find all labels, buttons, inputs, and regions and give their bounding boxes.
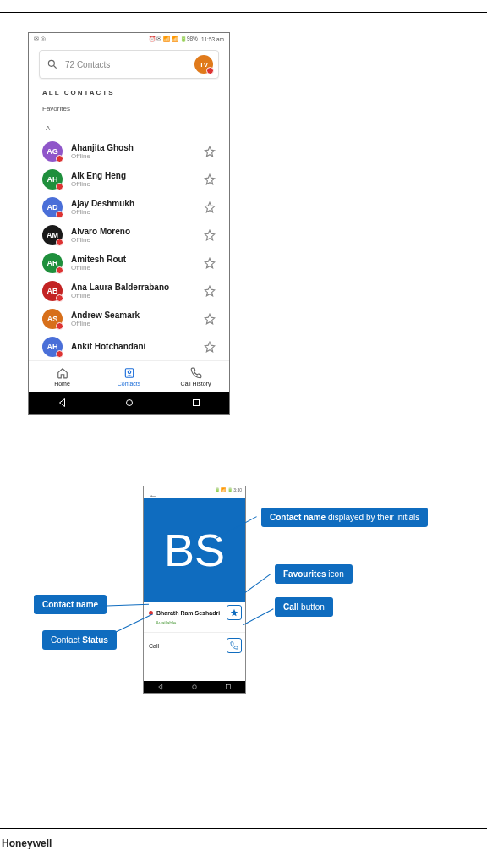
contact-avatar: AM bbox=[42, 225, 63, 245]
contact-row[interactable]: ABAna Laura BalderrabanoOffline bbox=[29, 277, 229, 305]
tab-history-label: Call History bbox=[181, 381, 211, 387]
contact-name: Ankit Hotchandani bbox=[71, 342, 195, 351]
presence-dot bbox=[56, 183, 63, 190]
contact-status: Offline bbox=[71, 208, 195, 216]
contact-row[interactable]: AGAhanjita GhoshOffline bbox=[29, 137, 229, 165]
contact-status: Offline bbox=[71, 292, 195, 299]
contact-name: Ahanjita Ghosh bbox=[71, 143, 195, 152]
android-recent-icon[interactable] bbox=[225, 684, 232, 690]
android-status-bar: 🔋 📶 🔋 3:30 bbox=[144, 486, 245, 493]
android-status-bar: ✉ ◎ ⏰ ✉ 📶 📶 🔋98% 11:53 am bbox=[29, 33, 229, 45]
presence-dot bbox=[56, 322, 63, 330]
favorite-star-icon[interactable] bbox=[204, 341, 216, 353]
contact-status: Offline bbox=[71, 320, 195, 327]
current-user-avatar[interactable]: TV bbox=[194, 55, 213, 74]
favorite-star-icon[interactable] bbox=[204, 201, 216, 213]
contact-name: Bharath Ram Seshadri bbox=[156, 610, 223, 616]
footer-brand: Honeywell bbox=[2, 838, 52, 849]
contact-text: Ankit Hotchandani bbox=[71, 342, 195, 351]
svg-point-6 bbox=[193, 685, 197, 689]
svg-rect-5 bbox=[193, 400, 199, 406]
presence-dot bbox=[56, 294, 63, 302]
contact-avatar: AD bbox=[42, 197, 63, 217]
svg-point-0 bbox=[48, 60, 54, 66]
home-icon bbox=[57, 367, 68, 379]
favorite-star-icon[interactable] bbox=[204, 229, 216, 241]
svg-rect-7 bbox=[227, 685, 231, 689]
contact-avatar: AG bbox=[42, 141, 63, 162]
callout-contact-name: Contact name bbox=[34, 595, 107, 614]
svg-point-4 bbox=[126, 400, 132, 406]
contact-avatar: AH bbox=[42, 169, 63, 190]
android-back-icon[interactable] bbox=[57, 398, 68, 408]
phone-screenshot-contact-detail: 🔋 📶 🔋 3:30 ← BS Bharath Ram Seshadri Ava… bbox=[143, 486, 246, 694]
callout-line bbox=[244, 608, 274, 625]
phone-screenshot-contact-detail-wrap: 🔋 📶 🔋 3:30 ← BS Bharath Ram Seshadri Ava… bbox=[143, 486, 246, 694]
contact-avatar: AH bbox=[42, 337, 63, 357]
android-nav-bar bbox=[29, 392, 229, 414]
callout-favourites: Favourites icon bbox=[275, 564, 353, 584]
call-history-icon bbox=[190, 367, 202, 379]
tab-home[interactable]: Home bbox=[29, 361, 96, 392]
contact-row[interactable]: ADAjay DeshmukhOffline bbox=[29, 193, 229, 221]
favorite-star-icon[interactable] bbox=[204, 173, 216, 185]
rule-bottom bbox=[0, 828, 487, 829]
contact-avatar: AB bbox=[42, 281, 63, 301]
call-button[interactable] bbox=[227, 638, 242, 653]
contact-row[interactable]: AMAlvaro MorenoOffline bbox=[29, 221, 229, 249]
contact-avatar: AS bbox=[42, 309, 63, 329]
favorite-star-icon[interactable] bbox=[204, 285, 216, 297]
presence-dot bbox=[56, 211, 63, 218]
callout-line bbox=[243, 573, 272, 594]
contact-name: Amitesh Rout bbox=[71, 255, 195, 264]
callout-contact-status-pre: Contact bbox=[51, 635, 82, 645]
contacts-list[interactable]: AGAhanjita GhoshOfflineAHAik Eng HengOff… bbox=[29, 137, 229, 360]
presence-dot bbox=[206, 67, 214, 74]
search-icon bbox=[47, 58, 58, 70]
contact-row[interactable]: AHAik Eng HengOffline bbox=[29, 165, 229, 193]
status-right-icons: ⏰ ✉ 📶 📶 🔋98% bbox=[149, 36, 198, 42]
phone-icon bbox=[230, 641, 238, 650]
contacts-icon bbox=[123, 367, 135, 379]
callout-call-rest: button bbox=[298, 602, 325, 612]
divider bbox=[144, 632, 245, 633]
callout-contact-status-bold: Status bbox=[82, 635, 108, 645]
callout-contact-status: Contact Status bbox=[42, 630, 117, 650]
contact-status: Offline bbox=[71, 152, 195, 160]
bottom-nav: Home Contacts Call History bbox=[29, 360, 229, 392]
page: ✉ ◎ ⏰ ✉ 📶 📶 🔋98% 11:53 am 72 Contacts TV… bbox=[0, 0, 487, 868]
status-time: 11:53 am bbox=[201, 36, 224, 42]
callout-contact-name-text: Contact name bbox=[42, 600, 98, 609]
favorite-star-icon[interactable] bbox=[204, 313, 216, 325]
favorite-star-icon[interactable] bbox=[204, 257, 216, 269]
spacer bbox=[144, 655, 245, 681]
contact-text: Ajay DeshmukhOffline bbox=[71, 199, 195, 216]
tab-home-label: Home bbox=[54, 381, 70, 387]
contact-row[interactable]: ARAmitesh RoutOffline bbox=[29, 249, 229, 277]
presence-dot bbox=[56, 350, 63, 358]
contact-row[interactable]: ASAndrew SeamarkOffline bbox=[29, 305, 229, 332]
contact-name: Alvaro Moreno bbox=[71, 227, 195, 236]
presence-dot bbox=[56, 266, 63, 274]
contact-text: Aik Eng HengOffline bbox=[71, 171, 195, 188]
favorites-label[interactable]: Favorites bbox=[42, 105, 229, 113]
favorite-star-icon[interactable] bbox=[204, 146, 216, 157]
android-home-icon[interactable] bbox=[191, 684, 198, 690]
tab-contacts[interactable]: Contacts bbox=[96, 361, 162, 392]
search-bar[interactable]: 72 Contacts TV bbox=[39, 50, 219, 79]
svg-line-1 bbox=[54, 66, 57, 69]
android-recent-icon[interactable] bbox=[191, 398, 201, 408]
presence-dot bbox=[56, 239, 63, 246]
contact-text: Alvaro MorenoOffline bbox=[71, 227, 195, 244]
contact-text: Ana Laura BalderrabanoOffline bbox=[71, 283, 195, 299]
search-placeholder: 72 Contacts bbox=[65, 60, 188, 69]
android-back-icon[interactable] bbox=[157, 684, 164, 690]
tab-call-history[interactable]: Call History bbox=[162, 361, 229, 392]
contact-initials-hero: BS bbox=[144, 498, 245, 602]
contact-row[interactable]: AHAnkit Hotchandani bbox=[29, 332, 229, 360]
android-home-icon[interactable] bbox=[124, 398, 134, 408]
contact-name: Ana Laura Balderrabano bbox=[71, 283, 195, 292]
favourite-button[interactable] bbox=[227, 605, 242, 620]
contact-name-row: Bharath Ram Seshadri bbox=[144, 602, 245, 620]
android-nav-bar bbox=[144, 681, 245, 693]
